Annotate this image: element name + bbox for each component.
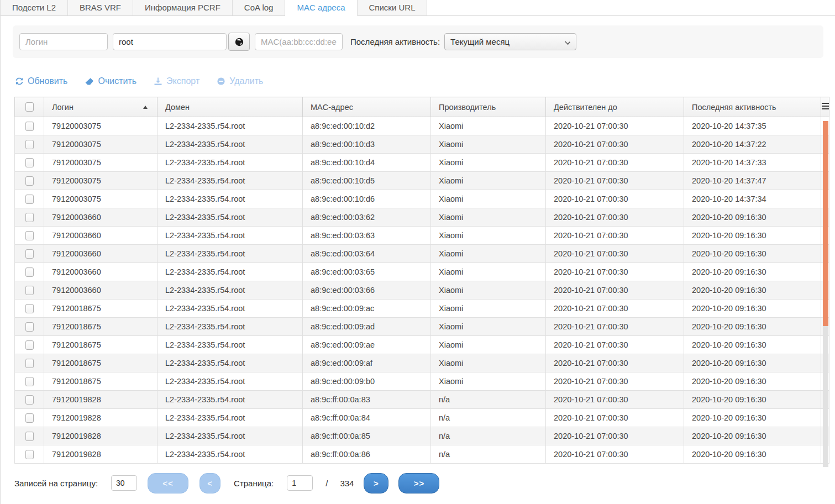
filter-panel: Последняя активность: Текущий месяц [13,25,823,58]
clear-button[interactable]: Очистить [85,76,136,86]
select-all-checkbox[interactable] [25,102,34,112]
cell-manufacturer: Xiaomi [431,227,546,245]
cell-mac: a8:9c:ed:00:03:62 [303,208,431,227]
cell-mac: a8:9c:ed:00:10:d4 [303,154,431,172]
row-checkbox[interactable] [25,231,34,240]
row-checkbox-cell [15,227,44,245]
per-page-input[interactable] [111,475,137,491]
row-checkbox-cell [15,409,44,427]
cell-manufacturer: Xiaomi [431,281,546,300]
row-checkbox[interactable] [25,413,34,423]
cell-login: 79120018675 [44,336,157,354]
tab-podseti-l2[interactable]: Подсети L2 [1,0,68,16]
row-checkbox[interactable] [25,377,34,386]
last-activity-select[interactable]: Текущий месяц [444,33,576,50]
cell-manufacturer: Xiaomi [431,135,546,154]
cell-valid-until: 2020-10-21 07:00:30 [546,263,684,281]
cell-manufacturer: Xiaomi [431,154,546,172]
row-checkbox-cell [15,427,44,445]
next-page-button[interactable]: > [364,473,388,494]
tab-mac-addresses[interactable]: MAC адреса [285,0,357,16]
cell-manufacturer: Xiaomi [431,172,546,190]
row-checkbox[interactable] [25,176,34,186]
row-checkbox[interactable] [25,249,34,259]
cell-login: 79120003660 [44,208,157,227]
tab-bras-vrf[interactable]: BRAS VRF [68,0,133,16]
row-checkbox[interactable] [25,195,34,204]
domain-search-input[interactable] [113,33,227,50]
cell-valid-until: 2020-10-21 07:00:30 [546,227,684,245]
row-checkbox[interactable] [25,450,34,459]
row-checkbox[interactable] [25,158,34,167]
row-checkbox[interactable] [25,304,34,313]
column-header-valid-until[interactable]: Действителен до [546,97,684,117]
cell-valid-until: 2020-10-21 07:00:30 [546,336,684,354]
cell-manufacturer: n/a [431,445,546,464]
column-header-login[interactable]: Логин [44,97,157,117]
clear-button-label: Очистить [98,76,136,86]
row-checkbox[interactable] [25,395,34,405]
cell-login: 79120003660 [44,281,157,300]
columns-menu-button[interactable] [821,97,829,117]
row-checkbox[interactable] [25,359,34,368]
row-checkbox[interactable] [25,140,34,149]
first-page-button[interactable]: << [148,473,188,494]
cell-mac: a8:9c:ed:00:10:d3 [303,135,431,154]
column-header-last-activity[interactable]: Последняя активность [684,97,821,117]
table-row: 79120003660L2-2334-2335.r54.roota8:9c:ed… [15,227,829,245]
export-button-label: Экспорт [166,76,199,86]
column-header-manufacturer[interactable]: Производитель [431,97,546,117]
row-checkbox-cell [15,372,44,391]
table-row: 79120019828L2-2334-2335.r54.roota8:9c:ff… [15,409,829,427]
cell-domain: L2-2334-2335.r54.root [157,445,303,464]
total-pages: 334 [340,479,354,488]
login-filter-input[interactable] [19,33,108,50]
prev-page-button[interactable]: < [199,473,220,494]
tab-coa-log[interactable]: CoA log [233,0,286,16]
cell-mac: a8:9c:ed:00:03:66 [303,281,431,300]
cell-last-activity: 2020-10-20 09:16:30 [684,300,821,318]
export-button[interactable]: Экспорт [154,76,199,86]
refresh-button[interactable]: Обновить [15,76,67,86]
globe-icon [234,37,244,47]
delete-button[interactable]: Удалить [217,76,263,86]
page-number-input[interactable] [287,475,313,491]
row-checkbox[interactable] [25,322,34,332]
mac-filter-input[interactable] [255,33,343,50]
last-activity-selected-value: Текущий месяц [450,37,510,46]
table-row: 79120003075L2-2334-2335.r54.roota8:9c:ed… [15,190,829,208]
cell-valid-until: 2020-10-21 07:00:30 [546,409,684,427]
column-header-domain[interactable]: Домен [157,97,303,117]
domain-lookup-button[interactable] [228,33,250,51]
row-checkbox-cell [15,336,44,354]
tab-url-lists[interactable]: Списки URL [358,0,428,16]
cell-mac: a8:9c:ed:00:03:65 [303,263,431,281]
row-checkbox[interactable] [25,122,34,131]
row-checkbox[interactable] [25,286,34,295]
column-header-mac[interactable]: MAC-адрес [303,97,431,117]
mac-addresses-page: Подсети L2 BRAS VRF Информация PCRF CoA … [0,0,835,504]
cell-last-activity: 2020-10-20 14:37:22 [684,135,821,154]
cell-mac: a8:9c:ed:00:10:d6 [303,190,431,208]
tab-pcrf-info[interactable]: Информация PCRF [133,0,233,16]
last-page-button[interactable]: >> [398,473,439,494]
cell-last-activity: 2020-10-20 09:16:30 [684,227,821,245]
cell-domain: L2-2334-2335.r54.root [157,336,303,354]
table-row: 79120003660L2-2334-2335.r54.roota8:9c:ed… [15,263,829,281]
cell-login: 79120003660 [44,245,157,263]
row-checkbox[interactable] [25,213,34,222]
cell-login: 79120018675 [44,318,157,336]
table-row: 79120003660L2-2334-2335.r54.roota8:9c:ed… [15,245,829,263]
row-checkbox[interactable] [25,267,34,277]
row-checkbox-cell [15,154,44,172]
cell-mac: a8:9c:ff:00:0a:86 [303,445,431,464]
row-checkbox-cell [15,172,44,190]
cell-login: 79120003075 [44,117,157,135]
cell-last-activity: 2020-10-20 09:16:30 [684,336,821,354]
table-row: 79120003075L2-2334-2335.r54.roota8:9c:ed… [15,117,829,135]
cell-last-activity: 2020-10-20 09:16:30 [684,281,821,300]
row-checkbox[interactable] [25,432,34,441]
row-checkbox-cell [15,300,44,318]
row-checkbox[interactable] [25,340,34,350]
table-scrollbar-thumb[interactable] [823,121,828,326]
